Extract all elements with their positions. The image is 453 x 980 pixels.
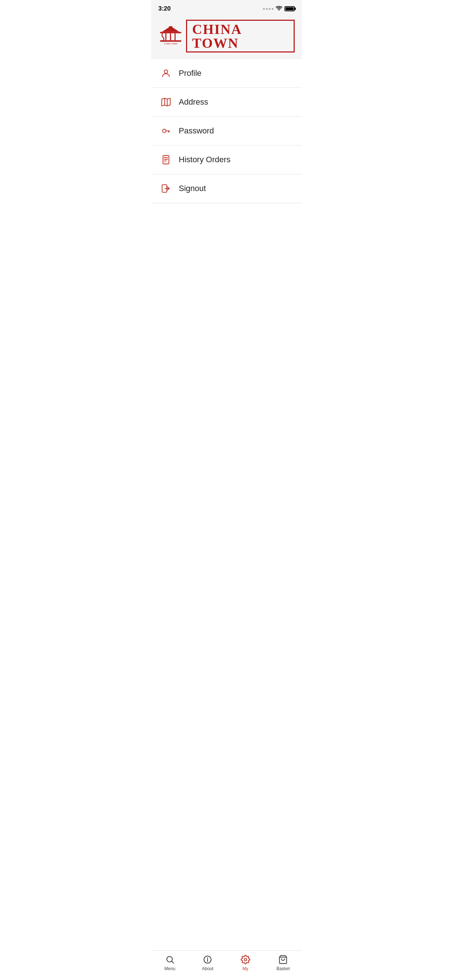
key-icon [160, 125, 172, 137]
menu-item-address[interactable]: Address [151, 88, 302, 117]
svg-rect-13 [163, 155, 169, 164]
signout-icon [160, 182, 172, 195]
status-time: 3:20 [158, 5, 171, 13]
map-icon [160, 96, 172, 108]
menu-item-signout[interactable]: Signout [151, 174, 302, 203]
svg-text:CHINA TOWN: CHINA TOWN [164, 43, 177, 45]
status-icons [263, 5, 295, 12]
status-bar: 3:20 [151, 0, 302, 16]
battery-icon [284, 6, 295, 11]
menu-item-profile[interactable]: Profile [151, 59, 302, 88]
page: 3:20 [151, 0, 302, 342]
wifi-icon [276, 5, 282, 12]
profile-label: Profile [179, 68, 201, 78]
password-label: Password [179, 126, 214, 135]
menu-item-password[interactable]: Password [151, 117, 302, 145]
svg-rect-3 [169, 26, 172, 29]
svg-rect-1 [160, 32, 181, 33]
logo-container: CHINA TOWN CHINA TOWN [158, 20, 295, 52]
bottom-spacer [151, 312, 302, 342]
address-label: Address [179, 97, 208, 107]
header: CHINA TOWN CHINA TOWN [151, 16, 302, 59]
svg-point-9 [164, 70, 167, 73]
person-icon [160, 67, 172, 80]
signout-label: Signout [179, 184, 206, 193]
signal-icon [263, 8, 274, 10]
logo-icon: CHINA TOWN [158, 25, 183, 47]
svg-rect-7 [160, 40, 181, 42]
logo-text: CHINA TOWN [186, 20, 295, 52]
svg-point-12 [163, 129, 166, 132]
history-orders-label: History Orders [179, 155, 231, 164]
document-icon [160, 153, 172, 166]
svg-rect-6 [175, 33, 176, 40]
content-spacer [151, 203, 302, 312]
svg-rect-5 [170, 33, 171, 40]
svg-point-0 [279, 10, 280, 11]
menu-item-history-orders[interactable]: History Orders [151, 145, 302, 174]
menu-list: Profile Address [151, 59, 302, 203]
svg-rect-4 [165, 33, 166, 40]
